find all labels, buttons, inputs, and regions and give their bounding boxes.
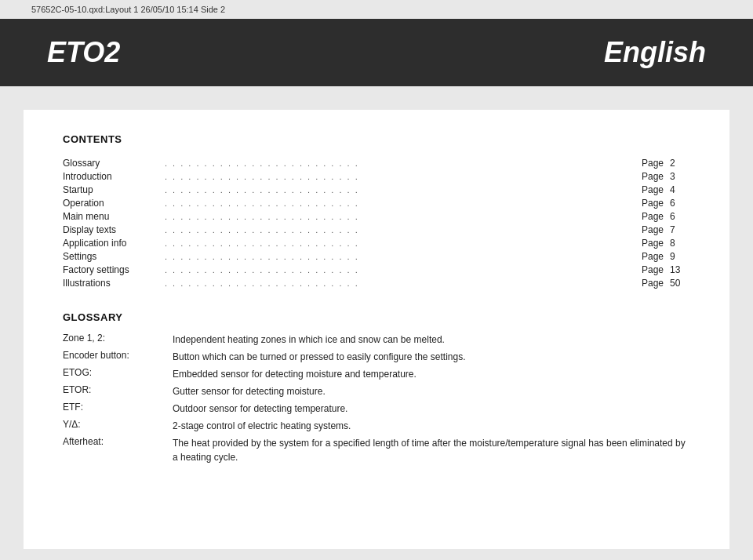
contents-page-number: 13 (667, 263, 690, 276)
contents-dots: . . . . . . . . . . . . . . . . . . . . … (165, 156, 628, 169)
glossary-definition: Independent heating zones in which ice a… (165, 331, 690, 348)
contents-dots: . . . . . . . . . . . . . . . . . . . . … (165, 183, 628, 196)
top-bar: 57652C-05-10.qxd:Layout 1 26/05/10 15:14… (0, 0, 753, 19)
glossary-definition: The heat provided by the system for a sp… (165, 435, 690, 466)
header-band: ETO2 English (0, 19, 753, 86)
contents-item-name: Glossary (63, 156, 165, 169)
contents-heading: CONTENTS (63, 133, 690, 145)
contents-dots: . . . . . . . . . . . . . . . . . . . . … (165, 209, 628, 223)
contents-page-number: 8 (667, 236, 690, 249)
contents-item-name: Settings (63, 249, 165, 263)
glossary-term: Encoder button: (63, 348, 165, 365)
contents-dots: . . . . . . . . . . . . . . . . . . . . … (165, 249, 628, 263)
glossary-row: ETF:Outdoor sensor for detecting tempera… (63, 400, 690, 417)
contents-row: Application info. . . . . . . . . . . . … (63, 236, 690, 249)
glossary-row: ETOG:Embedded sensor for detecting moist… (63, 365, 690, 383)
glossary-row: Afterheat:The heat provided by the syste… (63, 435, 690, 466)
glossary-term: Afterheat: (63, 435, 165, 466)
contents-page-number: 7 (667, 223, 690, 236)
glossary-heading: GLOSSARY (63, 311, 690, 323)
contents-item-name: Startup (63, 183, 165, 196)
contents-dots: . . . . . . . . . . . . . . . . . . . . … (165, 196, 628, 209)
glossary-row: Y/Δ:2-stage control of electric heating … (63, 417, 690, 435)
contents-page-number: 50 (667, 276, 690, 289)
glossary-row: Encoder button:Button which can be turne… (63, 348, 690, 365)
glossary-definition: 2-stage control of electric heating syst… (165, 417, 690, 435)
language-title: English (604, 36, 706, 69)
glossary-term: ETF: (63, 400, 165, 417)
glossary-definition: Gutter sensor for detecting moisture. (165, 383, 690, 400)
contents-page-number: 6 (667, 196, 690, 209)
contents-item-name: Factory settings (63, 263, 165, 276)
contents-item-name: Display texts (63, 223, 165, 236)
glossary-term: Zone 1, 2: (63, 331, 165, 348)
contents-row: Factory settings. . . . . . . . . . . . … (63, 263, 690, 276)
contents-dots: . . . . . . . . . . . . . . . . . . . . … (165, 223, 628, 236)
glossary-term: ETOG: (63, 365, 165, 383)
contents-page-number: 6 (667, 209, 690, 223)
contents-row: Operation. . . . . . . . . . . . . . . .… (63, 196, 690, 209)
contents-page-number: 2 (667, 156, 690, 169)
contents-page-label: Page (628, 209, 667, 223)
contents-dots: . . . . . . . . . . . . . . . . . . . . … (165, 169, 628, 183)
contents-table: Glossary. . . . . . . . . . . . . . . . … (63, 156, 690, 289)
contents-page-label: Page (628, 169, 667, 183)
contents-item-name: Main menu (63, 209, 165, 223)
contents-row: Display texts. . . . . . . . . . . . . .… (63, 223, 690, 236)
contents-item-name: Application info (63, 236, 165, 249)
glossary-definition: Outdoor sensor for detecting temperature… (165, 400, 690, 417)
contents-row: Startup. . . . . . . . . . . . . . . . .… (63, 183, 690, 196)
contents-row: Glossary. . . . . . . . . . . . . . . . … (63, 156, 690, 169)
contents-page-label: Page (628, 196, 667, 209)
glossary-row: Zone 1, 2:Independent heating zones in w… (63, 331, 690, 348)
contents-row: Introduction. . . . . . . . . . . . . . … (63, 169, 690, 183)
contents-row: Illustrations. . . . . . . . . . . . . .… (63, 276, 690, 289)
contents-dots: . . . . . . . . . . . . . . . . . . . . … (165, 236, 628, 249)
glossary-term: ETOR: (63, 383, 165, 400)
product-title: ETO2 (47, 36, 120, 69)
contents-page-label: Page (628, 156, 667, 169)
contents-item-name: Operation (63, 196, 165, 209)
contents-dots: . . . . . . . . . . . . . . . . . . . . … (165, 276, 628, 289)
contents-page-label: Page (628, 183, 667, 196)
contents-row: Settings. . . . . . . . . . . . . . . . … (63, 249, 690, 263)
contents-page-number: 3 (667, 169, 690, 183)
page-wrapper: 57652C-05-10.qxd:Layout 1 26/05/10 15:14… (0, 0, 753, 560)
contents-page-label: Page (628, 249, 667, 263)
contents-page-label: Page (628, 223, 667, 236)
contents-page-label: Page (628, 236, 667, 249)
glossary-definition: Embedded sensor for detecting moisture a… (165, 365, 690, 383)
glossary-definition: Button which can be turned or pressed to… (165, 348, 690, 365)
contents-item-name: Introduction (63, 169, 165, 183)
glossary-table: Zone 1, 2:Independent heating zones in w… (63, 331, 690, 466)
glossary-term: Y/Δ: (63, 417, 165, 435)
glossary-row: ETOR:Gutter sensor for detecting moistur… (63, 383, 690, 400)
contents-dots: . . . . . . . . . . . . . . . . . . . . … (165, 263, 628, 276)
contents-page-label: Page (628, 263, 667, 276)
content-area: CONTENTS Glossary. . . . . . . . . . . .… (24, 110, 729, 549)
contents-item-name: Illustrations (63, 276, 165, 289)
contents-page-number: 9 (667, 249, 690, 263)
file-info-text: 57652C-05-10.qxd:Layout 1 26/05/10 15:14… (31, 5, 225, 14)
contents-row: Main menu. . . . . . . . . . . . . . . .… (63, 209, 690, 223)
contents-page-label: Page (628, 276, 667, 289)
contents-page-number: 4 (667, 183, 690, 196)
